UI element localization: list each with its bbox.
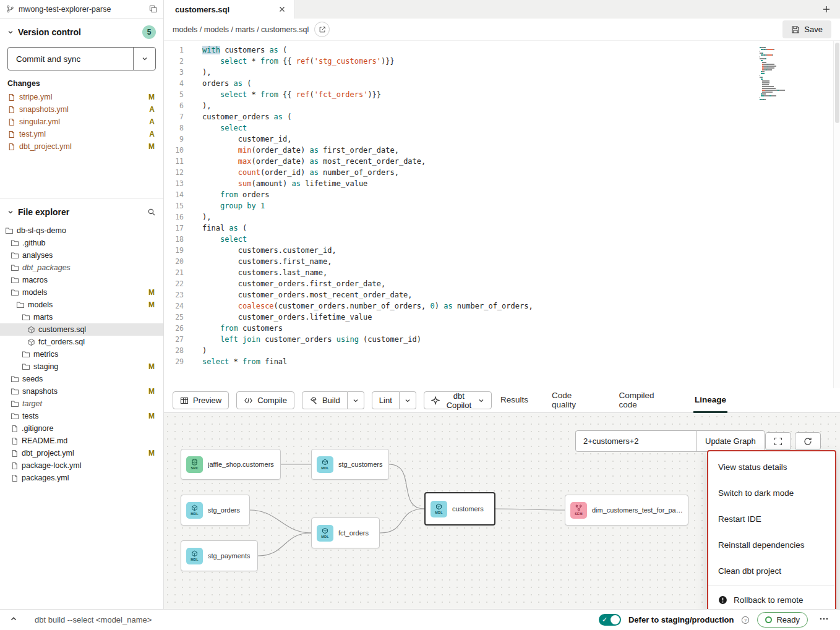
- model-file-icon: [27, 326, 35, 334]
- menu-item-rollback-to-remote[interactable]: Rollback to remote: [708, 587, 835, 609]
- dbt-copilot-button[interactable]: dbt Copilot: [424, 391, 492, 409]
- lineage-node-stg-payments[interactable]: MDLstg_payments: [181, 540, 258, 571]
- version-control-header[interactable]: Version control 5: [0, 23, 163, 41]
- file-explorer-header[interactable]: File explorer: [0, 203, 163, 221]
- git-status-badge: A: [149, 105, 155, 114]
- tree-item-macros[interactable]: macros: [0, 274, 163, 286]
- source-icon: SRC: [186, 456, 203, 473]
- new-tab-button[interactable]: [813, 0, 840, 19]
- changed-file-test-yml[interactable]: test.ymlA: [0, 128, 163, 140]
- tree-item-package-lock-yml[interactable]: package-lock.yml: [0, 459, 163, 472]
- code-icon: [244, 397, 253, 404]
- refresh-graph-button[interactable]: [795, 432, 821, 450]
- save-button[interactable]: Save: [782, 20, 831, 38]
- main-area: customers.sql models / models / marts / …: [164, 0, 840, 609]
- build-button[interactable]: Build: [302, 391, 348, 409]
- toggle-knob: [611, 615, 620, 624]
- lineage-node-customers[interactable]: MDLcustomers: [424, 492, 495, 526]
- lineage-node-fct-orders[interactable]: MDLfct_orders: [311, 517, 380, 548]
- changed-file-stripe-yml[interactable]: stripe.ymlM: [0, 91, 163, 103]
- line-numbers: 1234567891011121314151617181920212223242…: [164, 41, 189, 388]
- semantic-model-icon: SEM: [570, 502, 587, 519]
- menu-item-view-status-details[interactable]: View status details: [708, 454, 835, 480]
- editor-header: models / models / marts / customers.sql …: [164, 19, 840, 40]
- search-icon[interactable]: [147, 208, 156, 216]
- tree-item-packages-yml[interactable]: packages.yml: [0, 472, 163, 484]
- lint-button-dropdown[interactable]: [400, 391, 416, 409]
- folder-icon: [22, 313, 30, 321]
- tree-item-gitignore[interactable]: .gitignore: [0, 422, 163, 435]
- tree-item-readme-md[interactable]: README.md: [0, 435, 163, 447]
- tree-item-staging[interactable]: stagingM: [0, 360, 163, 373]
- menu-item-reinstall-dependencies[interactable]: Reinstall dependencies: [708, 532, 835, 558]
- button-label: Lint: [379, 396, 392, 405]
- context-menu: View status detailsSwitch to dark modeRe…: [707, 450, 836, 609]
- changed-file-singular-yml[interactable]: singular.ymlA: [0, 116, 163, 128]
- build-button-dropdown[interactable]: [348, 391, 364, 409]
- tree-item-marts[interactable]: marts: [0, 311, 163, 323]
- tree-item-customers-sql[interactable]: customers.sql: [0, 323, 163, 336]
- file-name: customers.sql: [38, 325, 86, 334]
- code-content[interactable]: with customers as ( select * from {{ ref…: [189, 41, 840, 388]
- chevron-down-icon: [142, 56, 148, 62]
- scrollbar-thumb[interactable]: [835, 43, 839, 123]
- tab-customers-sql[interactable]: customers.sql: [164, 0, 295, 19]
- tree-item-seeds[interactable]: seeds: [0, 373, 163, 385]
- tree-item-db-sl-qs-demo[interactable]: db-sl-qs-demo: [0, 224, 163, 237]
- expand-panel-button[interactable]: [9, 614, 19, 626]
- lineage-node-dim-customers-test-for-parse[interactable]: SEMdim_customers_test_for_parse: [565, 495, 688, 526]
- tree-item-models[interactable]: modelsM: [0, 299, 163, 311]
- tree-item-github[interactable]: .github: [0, 237, 163, 249]
- update-graph-button[interactable]: Update Graph: [696, 430, 765, 452]
- compile-button[interactable]: Compile: [236, 391, 294, 409]
- tree-item-snapshots[interactable]: snapshotsM: [0, 385, 163, 398]
- code-editor[interactable]: 1234567891011121314151617181920212223242…: [164, 40, 840, 388]
- more-options-button[interactable]: [816, 611, 831, 628]
- tab-code-quality[interactable]: Code quality: [551, 388, 596, 413]
- version-control-section: Version control 5 Commit and sync Change…: [0, 19, 163, 198]
- commit-options-dropdown[interactable]: [133, 48, 155, 70]
- editor-scrollbar[interactable]: [833, 41, 840, 388]
- folder-icon: [11, 263, 19, 272]
- tab-results[interactable]: Results: [499, 388, 529, 413]
- lineage-node-jaffle-shop-customers[interactable]: SRCjaffle_shop.customers: [181, 449, 281, 480]
- tree-item-dbt-packages[interactable]: dbt_packages: [0, 262, 163, 274]
- changed-file-snapshots-yml[interactable]: snapshots.ymlA: [0, 103, 163, 116]
- editor-tabbar: customers.sql: [164, 0, 840, 19]
- tree-item-models[interactable]: modelsM: [0, 286, 163, 299]
- tree-item-dbt-project-yml[interactable]: dbt_project.ymlM: [0, 447, 163, 459]
- check-icon: ✓: [602, 615, 607, 624]
- close-icon[interactable]: [278, 6, 286, 13]
- preview-button[interactable]: Preview: [173, 391, 229, 409]
- tree-item-metrics[interactable]: metrics: [0, 348, 163, 360]
- external-link-icon: [319, 26, 326, 33]
- lineage-node-stg-customers[interactable]: MDLstg_customers: [311, 449, 389, 480]
- menu-item-clean-dbt-project[interactable]: Clean dbt project: [708, 558, 835, 584]
- fullscreen-button[interactable]: [765, 432, 791, 450]
- tab-lineage[interactable]: Lineage: [693, 388, 727, 413]
- file-name: dbt_project.yml: [22, 449, 74, 458]
- tree-item-fct-orders-sql[interactable]: fct_orders.sql: [0, 336, 163, 348]
- sidebar: mwong-test-explorer-parse Version contro…: [0, 0, 164, 609]
- status-label: Ready: [776, 615, 800, 624]
- tree-item-analyses[interactable]: analyses: [0, 249, 163, 262]
- lint-button[interactable]: Lint: [372, 391, 400, 409]
- tree-item-target[interactable]: target: [0, 398, 163, 410]
- commit-and-sync-button[interactable]: Commit and sync: [8, 48, 133, 70]
- help-icon[interactable]: ?: [741, 616, 750, 624]
- copy-icon[interactable]: [149, 5, 157, 13]
- git-status-badge: M: [148, 362, 155, 371]
- lineage-node-stg-orders[interactable]: MDLstg_orders: [181, 495, 250, 526]
- tab-compiled-code[interactable]: Compiled code: [617, 388, 672, 413]
- menu-item-restart-ide[interactable]: Restart IDE: [708, 506, 835, 532]
- defer-toggle[interactable]: ✓: [599, 614, 621, 626]
- file-name: db-sl-qs-demo: [17, 226, 66, 235]
- menu-item-switch-to-dark-mode[interactable]: Switch to dark mode: [708, 480, 835, 506]
- file-actions-button[interactable]: [314, 22, 330, 37]
- lineage-selector-input[interactable]: [575, 430, 696, 452]
- git-status-badge: M: [148, 93, 155, 101]
- file-name: models: [22, 288, 47, 297]
- changed-file-dbt-project-yml[interactable]: dbt_project.ymlM: [0, 140, 163, 153]
- status-badge[interactable]: Ready: [757, 612, 808, 628]
- tree-item-tests[interactable]: testsM: [0, 410, 163, 422]
